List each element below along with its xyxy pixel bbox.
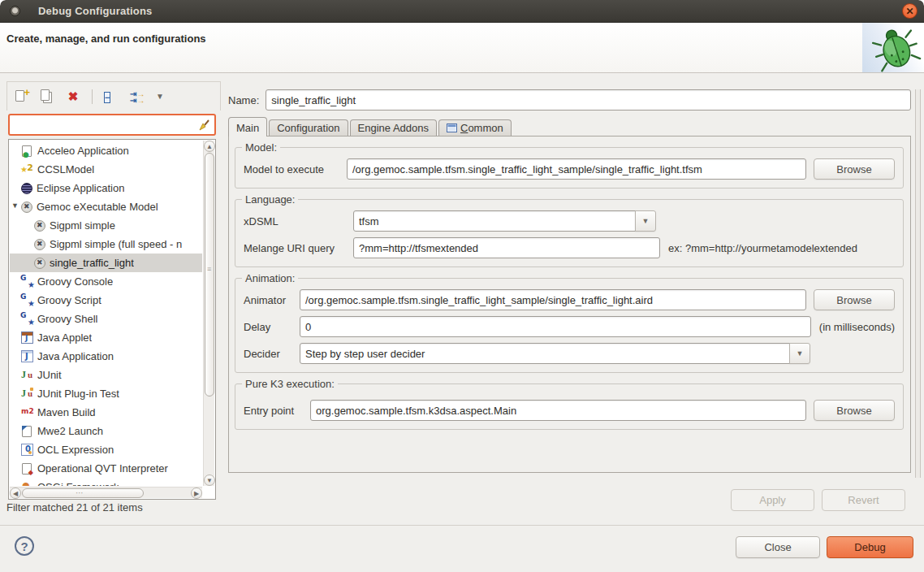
tree-item[interactable]: single_traffic_light (10, 254, 202, 272)
close-button[interactable]: Close (736, 536, 820, 558)
tree-item[interactable]: Groovy Shell (10, 310, 202, 328)
tree-item[interactable]: JUnit (10, 366, 202, 384)
apply-button[interactable]: Apply (731, 489, 814, 511)
tree-vertical-scrollbar[interactable]: ▲ ▼ (203, 141, 214, 486)
tree-item[interactable]: Eclipse Application (10, 179, 202, 197)
tree-item[interactable]: OSGi Framework (10, 478, 202, 486)
tree-item-label: Sigpml simple (50, 219, 115, 232)
tree-item[interactable]: ▼Gemoc eXecutable Model (10, 197, 202, 216)
tab-configuration[interactable]: Configuration (269, 119, 348, 136)
help-button[interactable]: ? (15, 536, 34, 556)
entry-point-input[interactable] (310, 400, 806, 421)
tree-item[interactable]: JUnit Plug-in Test (10, 384, 202, 403)
animator-input[interactable] (300, 289, 806, 310)
tree-item-label: Maven Build (37, 406, 96, 418)
tree-item-label: Acceleo Application (37, 145, 129, 157)
scroll-right-icon[interactable]: ▶ (191, 488, 202, 499)
tree-item[interactable]: Java Application (10, 347, 202, 366)
filter-input[interactable] (14, 119, 197, 131)
duplicate-configuration-icon[interactable] (40, 89, 54, 104)
clear-filter-broom-icon[interactable] (197, 119, 210, 132)
delete-configuration-icon[interactable]: ✖ (66, 89, 80, 104)
panel-scrollbar-track[interactable] (915, 89, 921, 478)
debug-configurations-dialog: Debug Configurations ✕ Create, manage, a… (0, 0, 924, 572)
entry-point-label: Entry point (244, 405, 310, 417)
debug-button[interactable]: Debug (827, 536, 913, 558)
footer-divider (0, 525, 924, 526)
tab-common[interactable]: Common (438, 119, 512, 136)
tree-item-label: Java Applet (37, 332, 92, 344)
filter-configurations-icon[interactable]: ⇥→⇥→ (130, 89, 145, 104)
model-browse-button[interactable]: Browse (814, 158, 895, 180)
scroll-left-icon[interactable]: ◀ (10, 488, 21, 499)
model-to-execute-input[interactable] (347, 158, 806, 180)
window-title: Debug Configurations (38, 5, 153, 17)
dialog-header: Create, manage, and run configurations (0, 23, 924, 73)
xdsml-combo-arrow-icon[interactable]: ▼ (635, 210, 656, 232)
melange-uri-input[interactable] (353, 237, 660, 258)
gemoc-icon (34, 220, 45, 232)
animation-group: Animation: Animator Browse Delay (in mil… (235, 278, 904, 373)
tree-item[interactable]: OCL Expression (10, 440, 202, 459)
tree-horizontal-scrollbar[interactable]: ◀ ▶ (10, 487, 202, 498)
mwe2-icon (22, 426, 32, 437)
filter-status: Filter matched 21 of 21 items (6, 501, 143, 514)
tree-item-label: JUnit Plug-in Test (37, 388, 119, 400)
tree-item[interactable]: Maven Build (10, 403, 202, 422)
qvt-icon (22, 463, 32, 474)
toolbar-menu-dropdown-icon[interactable]: ▼ (156, 89, 171, 104)
toolbar-separator (92, 89, 93, 104)
tree-item-label: Eclipse Application (37, 182, 124, 194)
tree-item-label: Sigpml simple (full speed - n (50, 238, 182, 250)
tree-item[interactable]: Operational QVT Interpreter (10, 459, 202, 478)
collapse-all-icon[interactable]: − (104, 89, 119, 104)
delay-input[interactable] (300, 316, 811, 337)
pure-k3-group: Pure K3 execution: Entry point Browse (235, 384, 904, 430)
scroll-up-icon[interactable]: ▲ (204, 141, 215, 152)
titlebar[interactable]: Debug Configurations ✕ (0, 0, 924, 23)
tree-item[interactable]: Acceleo Application (10, 141, 202, 160)
tab-main[interactable]: Main (228, 117, 267, 136)
delay-hint: (in milliseconds) (819, 321, 895, 333)
groovy-icon (21, 294, 33, 306)
new-configuration-icon[interactable]: + (14, 89, 28, 104)
java-applet-icon (21, 332, 33, 344)
decider-label: Decider (244, 348, 300, 360)
gemoc-icon (34, 239, 45, 250)
xdsml-combo-input[interactable] (353, 210, 636, 232)
tab-engine-addons[interactable]: Engine Addons (350, 119, 437, 136)
tree-item[interactable]: Mwe2 Launch (10, 422, 202, 440)
tree-item[interactable]: Sigpml simple (full speed - n (10, 235, 202, 254)
tree-item-label: CCSLModel (37, 163, 94, 176)
dialog-subtitle: Create, manage, and run configurations (6, 32, 206, 45)
maven-icon (21, 406, 33, 418)
name-label: Name: (228, 94, 259, 106)
configurations-toolbar: + ✖ − ⇥→⇥→ ▼ (6, 81, 221, 110)
tree-item[interactable]: Groovy Script (10, 291, 202, 310)
xdsml-combo[interactable]: ▼ (353, 210, 656, 232)
horizontal-scroll-thumb[interactable] (22, 488, 144, 498)
decider-combo-arrow-icon[interactable]: ▼ (789, 343, 810, 364)
tree-item-label: Mwe2 Launch (37, 425, 103, 437)
window-close-button[interactable]: ✕ (902, 3, 918, 19)
tree-item[interactable]: Java Applet (10, 328, 202, 347)
melange-uri-hint: ex: ?mm=http://yourmetamodelextended (668, 242, 857, 254)
revert-button[interactable]: Revert (822, 489, 905, 511)
ccsl-icon (21, 163, 33, 176)
name-input[interactable] (266, 89, 911, 110)
animator-browse-button[interactable]: Browse (814, 289, 895, 310)
scroll-down-icon[interactable]: ▼ (204, 474, 215, 486)
configuration-panel: Name: Main Configuration Engine Addons C… (228, 89, 911, 511)
main-tab-content: Model: Model to execute Browse Language:… (228, 136, 911, 473)
config-tabs: Main Configuration Engine Addons Common (228, 116, 911, 136)
decider-combo[interactable]: ▼ (300, 343, 810, 364)
tree-item[interactable]: Sigpml simple (10, 216, 202, 235)
tree-item[interactable]: Groovy Console (10, 272, 202, 291)
expand-chevron-icon[interactable]: ▼ (11, 202, 19, 210)
tree-item[interactable]: CCSLModel (10, 160, 202, 179)
vertical-scroll-thumb[interactable] (205, 153, 214, 396)
tree-item-label: OSGi Framework (37, 481, 119, 486)
entry-point-browse-button[interactable]: Browse (814, 400, 895, 421)
decider-combo-input[interactable] (300, 343, 790, 364)
model-group: Model: Model to execute Browse (235, 147, 904, 188)
